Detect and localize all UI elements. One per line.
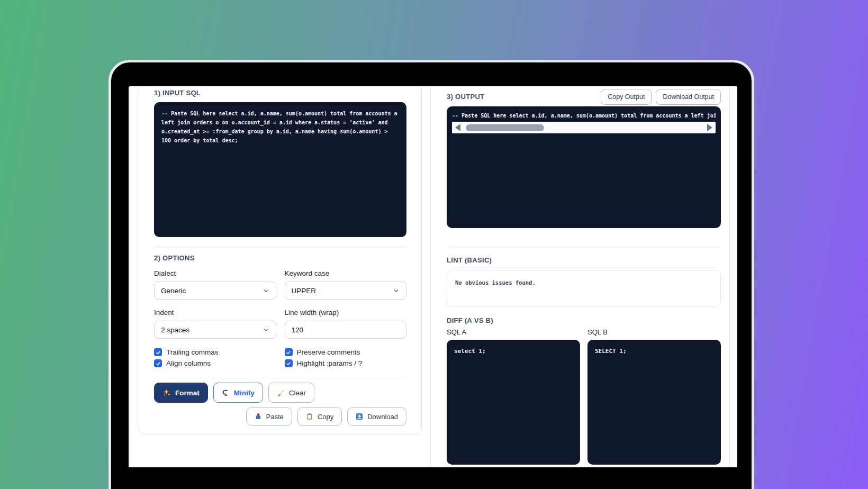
horizontal-scrollbar[interactable] [452,122,716,133]
dialect-select[interactable]: Generic [154,282,276,300]
indent-select[interactable]: 2 spaces [154,321,276,339]
download-button-label: Download [367,413,398,421]
output-sql-text: -- Paste SQL here select a.id, a.name, s… [452,112,716,120]
keyword-case-label: Keyword case [285,269,407,278]
lint-message: No obvious issues found. [455,279,536,286]
paintbrush-icon [277,389,285,397]
line-width-label: Line width (wrap) [285,308,407,318]
lint-result-box: No obvious issues found. [447,270,721,307]
highlight-params-checkbox-row[interactable]: Highlight :params / ? [285,359,407,367]
keyword-case-field: Keyword case UPPER [285,269,407,300]
indent-field: Indent 2 spaces [154,308,276,339]
divider [154,377,406,377]
input-sql-textarea[interactable]: -- Paste SQL here select a.id, a.name, s… [154,102,406,237]
input-options-card: 1) INPUT SQL -- Paste SQL here select a.… [139,86,422,435]
desktop-gradient-background: 1) INPUT SQL -- Paste SQL here select a.… [0,0,868,489]
chevron-down-icon [393,287,400,294]
sql-a-label: SQL A [447,328,580,337]
download-button[interactable]: Download [347,408,406,425]
sql-b-column: SQL B SELECT 1; [587,328,721,465]
paste-button-label: Paste [266,413,284,421]
scrollbar-thumb[interactable] [466,124,544,131]
preserve-comments-label: Preserve comments [297,348,360,356]
arrow-left-icon[interactable] [455,124,460,131]
indent-label: Indent [154,308,276,318]
sql-a-column: SQL A select 1; [447,328,580,465]
divider [447,247,721,247]
app-screen: 1) INPUT SQL -- Paste SQL here select a.… [129,86,737,467]
check-icon[interactable] [285,348,293,356]
chevron-down-icon [263,327,269,333]
clear-button-label: Clear [289,389,306,397]
trailing-commas-label: Trailing commas [166,348,219,356]
sql-b-textarea[interactable]: SELECT 1; [587,340,721,465]
minify-button[interactable]: Minify [213,383,263,403]
clipboard-icon [306,413,313,420]
minify-button-label: Minify [234,389,255,397]
format-button-label: Format [175,389,200,397]
arrow-right-icon[interactable] [707,124,712,131]
paste-button[interactable]: Paste [246,408,292,425]
align-columns-checkbox-row[interactable]: Align columns [154,359,276,367]
trailing-commas-checkbox-row[interactable]: Trailing commas [154,348,276,356]
indent-value: 2 spaces [161,326,189,334]
chevron-down-icon [263,287,269,294]
check-icon[interactable] [154,359,162,367]
copy-button-label: Copy [318,413,333,421]
divider [154,247,406,247]
keyword-case-select[interactable]: UPPER [285,282,407,300]
download-output-button[interactable]: Download Output [656,89,721,105]
dialect-value: Generic [161,287,186,295]
options-heading: 2) OPTIONS [154,254,406,262]
clamp-icon [222,389,230,397]
download-icon [356,413,363,420]
clear-button[interactable]: Clear [268,383,314,403]
dialect-label: Dialect [154,269,276,278]
sparkles-icon [162,388,171,397]
check-icon[interactable] [285,359,293,367]
check-icon[interactable] [154,348,162,356]
copy-output-button[interactable]: Copy Output [601,89,652,105]
highlight-params-label: Highlight :params / ? [297,359,363,367]
laptop-frame: 1) INPUT SQL -- Paste SQL here select a.… [108,60,754,489]
paste-icon [255,413,262,420]
format-button[interactable]: Format [154,383,208,403]
output-panel: -- Paste SQL here select a.id, a.name, s… [447,106,721,228]
dialect-field: Dialect Generic [154,269,276,300]
lint-heading: LINT (BASIC) [447,256,721,265]
output-card: 3) OUTPUT Copy Output Download Output --… [430,86,730,467]
preserve-comments-checkbox-row[interactable]: Preserve comments [285,348,407,356]
keyword-case-value: UPPER [292,287,317,295]
copy-button[interactable]: Copy [297,408,342,425]
sql-b-label: SQL B [587,328,721,337]
output-heading: 3) OUTPUT [447,93,484,101]
sql-a-textarea[interactable]: select 1; [447,340,580,465]
input-sql-heading: 1) INPUT SQL [154,89,406,97]
diff-heading: DIFF (A VS B) [447,316,721,325]
align-columns-label: Align columns [166,359,211,367]
line-width-field: Line width (wrap) [285,308,407,339]
line-width-input[interactable] [285,321,407,339]
